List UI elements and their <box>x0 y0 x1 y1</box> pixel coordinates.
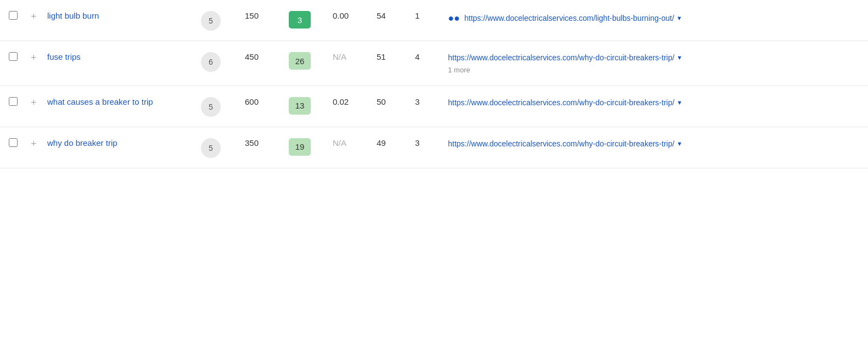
results-cell: 4 <box>415 51 448 61</box>
table-row: +what causes a breaker to trip5600130.02… <box>0 86 868 127</box>
results-cell: 3 <box>415 96 448 106</box>
na-text: N/A <box>333 52 346 61</box>
cpc-cell: 0.02 <box>333 96 377 106</box>
volume-cell: 600 <box>245 96 289 106</box>
url-cell: https://www.docelectricalservices.com/wh… <box>448 96 859 109</box>
position-badge: 26 <box>289 52 311 70</box>
url-text[interactable]: https://www.docelectricalservices.com/li… <box>464 13 674 24</box>
url-cell: ●●https://www.docelectricalservices.com/… <box>448 10 859 26</box>
cpc-cell: N/A <box>333 137 377 148</box>
dropdown-arrow-icon[interactable]: ▼ <box>676 14 682 23</box>
traffic-cell: 51 <box>377 51 415 61</box>
url-line: ●●https://www.docelectricalservices.com/… <box>448 11 859 26</box>
kd-cell: 5 <box>201 10 245 31</box>
kd-badge: 5 <box>201 138 221 158</box>
row-checkbox[interactable] <box>9 11 18 20</box>
url-text[interactable]: https://www.docelectricalservices.com/wh… <box>448 52 674 64</box>
kd-badge: 5 <box>201 97 221 117</box>
dropdown-arrow-icon[interactable]: ▼ <box>676 53 682 63</box>
expand-button[interactable]: + <box>31 96 47 109</box>
volume-cell: 450 <box>245 51 289 61</box>
table-row: +why do breaker trip535019N/A493https://… <box>0 127 868 168</box>
cpc-cell: N/A <box>333 51 377 61</box>
dropdown-arrow-icon[interactable]: ▼ <box>676 139 682 149</box>
keyword-cell[interactable]: why do breaker trip <box>47 137 201 149</box>
results-cell: 3 <box>415 137 448 148</box>
row-checkbox-col <box>9 96 31 106</box>
url-line: https://www.docelectricalservices.com/wh… <box>448 97 859 109</box>
kd-cell: 5 <box>201 96 245 117</box>
position-cell: 19 <box>289 137 333 156</box>
volume-cell: 350 <box>245 137 289 148</box>
expand-button[interactable]: + <box>31 51 47 64</box>
row-checkbox-col <box>9 51 31 61</box>
url-cell: https://www.docelectricalservices.com/wh… <box>448 51 859 76</box>
row-checkbox[interactable] <box>9 52 18 61</box>
results-cell: 1 <box>415 10 448 20</box>
url-text[interactable]: https://www.docelectricalservices.com/wh… <box>448 138 674 150</box>
table-row: +fuse trips645026N/A514https://www.docel… <box>0 41 868 86</box>
position-cell: 26 <box>289 51 333 70</box>
url-cell: https://www.docelectricalservices.com/wh… <box>448 137 859 150</box>
row-checkbox-col <box>9 137 31 147</box>
row-checkbox[interactable] <box>9 97 18 106</box>
keyword-cell[interactable]: fuse trips <box>47 51 201 63</box>
keyword-table: +light bulb burn515030.00541●●https://ww… <box>0 0 868 357</box>
volume-cell: 150 <box>245 10 289 20</box>
position-cell: 13 <box>289 96 333 115</box>
table-row: +light bulb burn515030.00541●●https://ww… <box>0 0 868 41</box>
kd-cell: 6 <box>201 51 245 72</box>
position-badge: 13 <box>289 97 311 115</box>
kd-badge: 6 <box>201 52 221 72</box>
keyword-cell[interactable]: what causes a breaker to trip <box>47 96 201 107</box>
dropdown-arrow-icon[interactable]: ▼ <box>676 98 682 107</box>
more-urls-text[interactable]: 1 more <box>448 65 859 76</box>
cpc-cell: 0.00 <box>333 10 377 20</box>
keyword-cell[interactable]: light bulb burn <box>47 10 201 21</box>
position-badge: 3 <box>289 11 311 29</box>
traffic-cell: 54 <box>377 10 415 20</box>
na-text: N/A <box>333 138 346 148</box>
url-text[interactable]: https://www.docelectricalservices.com/wh… <box>448 97 674 109</box>
expand-button[interactable]: + <box>31 10 47 22</box>
url-line: https://www.docelectricalservices.com/wh… <box>448 138 859 150</box>
position-cell: 3 <box>289 10 333 29</box>
position-badge: 19 <box>289 138 311 156</box>
expand-button[interactable]: + <box>31 137 47 150</box>
dots-icon: ●● <box>448 11 460 26</box>
url-line: https://www.docelectricalservices.com/wh… <box>448 52 859 64</box>
row-checkbox[interactable] <box>9 138 18 147</box>
kd-badge: 5 <box>201 11 221 31</box>
traffic-cell: 49 <box>377 137 415 148</box>
traffic-cell: 50 <box>377 96 415 106</box>
kd-cell: 5 <box>201 137 245 158</box>
row-checkbox-col <box>9 10 31 20</box>
